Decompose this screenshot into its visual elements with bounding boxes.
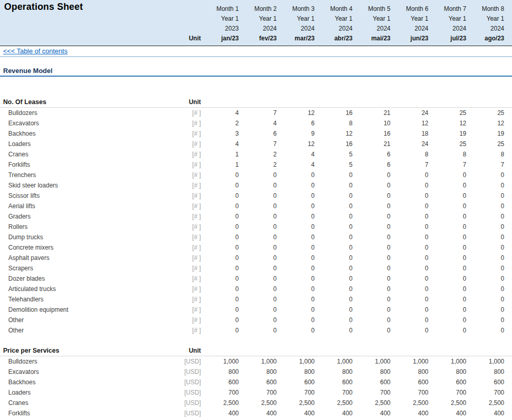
value-cell[interactable]: 0 <box>316 201 354 211</box>
value-cell[interactable]: 0 <box>467 305 505 315</box>
value-cell[interactable]: 0 <box>430 243 467 253</box>
value-cell[interactable]: 12 <box>430 119 467 128</box>
value-cell[interactable]: 0 <box>391 264 429 273</box>
table-of-contents-link[interactable]: <<< Table of contents <box>3 47 67 55</box>
value-cell[interactable]: 0 <box>202 233 240 242</box>
value-cell[interactable]: 8 <box>430 150 467 160</box>
value-cell[interactable]: 0 <box>354 201 391 211</box>
value-cell[interactable]: 0 <box>354 284 391 294</box>
value-cell[interactable]: 19 <box>430 129 467 139</box>
value-cell[interactable]: 0 <box>354 305 391 315</box>
value-cell[interactable]: 0 <box>354 222 391 232</box>
value-cell[interactable]: 0 <box>316 233 354 242</box>
value-cell[interactable]: 0 <box>240 274 277 284</box>
value-cell[interactable]: 25 <box>430 139 467 149</box>
value-cell[interactable]: 0 <box>202 264 240 273</box>
value-cell[interactable]: 8 <box>316 119 354 128</box>
value-cell[interactable]: 0 <box>240 170 277 180</box>
value-cell[interactable]: 0 <box>240 284 277 294</box>
value-cell[interactable]: 16 <box>316 139 354 149</box>
value-cell[interactable]: 2,500 <box>391 398 429 408</box>
value-cell[interactable]: 1,000 <box>391 357 429 367</box>
value-cell[interactable]: 0 <box>202 201 240 211</box>
value-cell[interactable]: 0 <box>202 274 240 284</box>
value-cell[interactable]: 0 <box>391 295 429 305</box>
value-cell[interactable]: 400 <box>202 409 240 418</box>
value-cell[interactable]: 0 <box>354 181 391 191</box>
value-cell[interactable]: 2,500 <box>316 398 354 408</box>
value-cell[interactable]: 0 <box>202 181 240 191</box>
value-cell[interactable]: 600 <box>467 378 505 387</box>
value-cell[interactable]: 400 <box>391 409 429 418</box>
value-cell[interactable]: 4 <box>202 108 240 118</box>
value-cell[interactable]: 21 <box>354 139 391 149</box>
value-cell[interactable]: 600 <box>391 378 429 387</box>
value-cell[interactable]: 0 <box>354 315 391 325</box>
value-cell[interactable]: 0 <box>430 315 467 325</box>
value-cell[interactable]: 24 <box>391 108 429 118</box>
value-cell[interactable]: 16 <box>316 108 354 118</box>
value-cell[interactable]: 2 <box>240 160 277 170</box>
value-cell[interactable]: 800 <box>467 367 505 377</box>
value-cell[interactable]: 0 <box>467 191 505 201</box>
value-cell[interactable]: 0 <box>430 233 467 242</box>
value-cell[interactable]: 25 <box>467 108 505 118</box>
value-cell[interactable]: 0 <box>316 305 354 315</box>
value-cell[interactable]: 2 <box>202 119 240 128</box>
value-cell[interactable]: 400 <box>467 409 505 418</box>
value-cell[interactable]: 0 <box>354 253 391 263</box>
value-cell[interactable]: 0 <box>240 243 277 253</box>
value-cell[interactable]: 800 <box>354 367 391 377</box>
value-cell[interactable]: 0 <box>430 274 467 284</box>
value-cell[interactable]: 12 <box>467 119 505 128</box>
value-cell[interactable]: 6 <box>354 150 391 160</box>
value-cell[interactable]: 0 <box>202 315 240 325</box>
value-cell[interactable]: 0 <box>240 315 277 325</box>
value-cell[interactable]: 0 <box>430 170 467 180</box>
value-cell[interactable]: 0 <box>278 181 316 191</box>
value-cell[interactable]: 6 <box>240 129 277 139</box>
value-cell[interactable]: 0 <box>354 170 391 180</box>
value-cell[interactable]: 6 <box>354 160 391 170</box>
value-cell[interactable]: 0 <box>467 274 505 284</box>
value-cell[interactable]: 0 <box>278 284 316 294</box>
value-cell[interactable]: 1 <box>202 160 240 170</box>
value-cell[interactable]: 0 <box>202 170 240 180</box>
value-cell[interactable]: 0 <box>316 181 354 191</box>
value-cell[interactable]: 16 <box>354 129 391 139</box>
value-cell[interactable]: 0 <box>430 201 467 211</box>
value-cell[interactable]: 0 <box>430 305 467 315</box>
value-cell[interactable]: 800 <box>391 367 429 377</box>
value-cell[interactable]: 0 <box>467 222 505 232</box>
value-cell[interactable]: 0 <box>316 284 354 294</box>
value-cell[interactable]: 0 <box>202 222 240 232</box>
value-cell[interactable]: 1,000 <box>316 357 354 367</box>
value-cell[interactable]: 0 <box>430 181 467 191</box>
value-cell[interactable]: 9 <box>278 129 316 139</box>
value-cell[interactable]: 25 <box>467 139 505 149</box>
value-cell[interactable]: 0 <box>316 315 354 325</box>
value-cell[interactable]: 4 <box>240 119 277 128</box>
value-cell[interactable]: 1,000 <box>202 357 240 367</box>
value-cell[interactable]: 4 <box>278 150 316 160</box>
value-cell[interactable]: 600 <box>430 378 467 387</box>
value-cell[interactable]: 0 <box>316 274 354 284</box>
value-cell[interactable]: 700 <box>240 388 277 398</box>
value-cell[interactable]: 0 <box>316 295 354 305</box>
value-cell[interactable]: 0 <box>354 243 391 253</box>
value-cell[interactable]: 5 <box>316 150 354 160</box>
value-cell[interactable]: 0 <box>430 295 467 305</box>
value-cell[interactable]: 0 <box>391 274 429 284</box>
value-cell[interactable]: 0 <box>430 253 467 263</box>
value-cell[interactable]: 24 <box>391 139 429 149</box>
value-cell[interactable]: 5 <box>316 160 354 170</box>
value-cell[interactable]: 0 <box>467 212 505 222</box>
value-cell[interactable]: 19 <box>467 129 505 139</box>
value-cell[interactable]: 400 <box>278 409 316 418</box>
value-cell[interactable]: 25 <box>430 108 467 118</box>
value-cell[interactable]: 4 <box>278 160 316 170</box>
value-cell[interactable]: 700 <box>278 388 316 398</box>
value-cell[interactable]: 0 <box>240 181 277 191</box>
value-cell[interactable]: 0 <box>391 233 429 242</box>
value-cell[interactable]: 400 <box>354 409 391 418</box>
